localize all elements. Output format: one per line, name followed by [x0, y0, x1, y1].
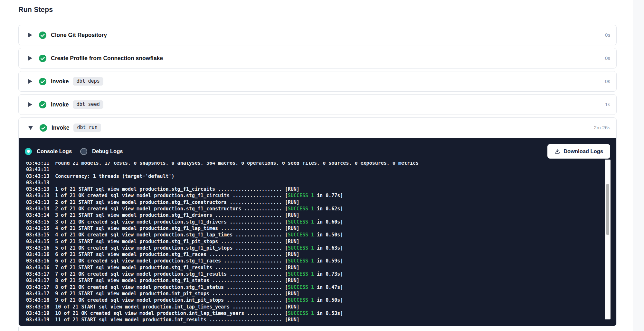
log-line: 03:43:13 1 of 21 OK created sql view mod… — [26, 192, 599, 199]
log-line: 03:43:14 2 of 21 OK created sql view mod… — [26, 206, 599, 212]
log-line: 03:43:11 — [26, 166, 599, 173]
run-steps-list: Clone Git Repository 0s Create Profile f… — [18, 25, 617, 326]
radio-unselected-icon[interactable] — [80, 148, 87, 155]
debug-logs-label: Debug Logs — [92, 148, 123, 154]
run-step-label: Invoke — [51, 78, 69, 85]
caret-icon[interactable] — [28, 33, 32, 37]
run-step-command-badge: dbt deps — [73, 77, 103, 86]
run-step-header[interactable]: Invoke dbt deps 0s — [19, 71, 616, 91]
run-step-command-badge: dbt run — [73, 124, 101, 132]
console-scrollbar-track[interactable] — [605, 160, 611, 319]
log-line: 03:43:13 1 of 21 START sql view model pr… — [26, 186, 599, 192]
log-status-success: SUCCESS 1 — [288, 310, 314, 316]
success-check-icon — [39, 78, 46, 85]
run-step-card: Invoke dbt seed 1s — [18, 94, 617, 115]
log-line: 03:43:11 Found 21 models, 17 tests, 0 sn… — [26, 162, 599, 166]
run-step-header[interactable]: Clone Git Repository 0s — [19, 25, 616, 45]
log-line: 03:43:13 2 of 21 START sql view model pr… — [26, 199, 599, 206]
log-line: 03:43:17 7 of 21 OK created sql view mod… — [26, 271, 599, 277]
radio-selected-icon[interactable] — [25, 148, 32, 155]
log-line: 03:43:15 4 of 21 START sql view model pr… — [26, 225, 599, 232]
log-status-success: SUCCESS 1 — [288, 219, 314, 225]
log-line: 03:43:16 6 of 21 START sql view model pr… — [26, 251, 599, 258]
debug-logs-option[interactable]: Debug Logs — [80, 148, 123, 155]
run-step-duration: 1s — [605, 102, 616, 107]
download-logs-label: Download Logs — [564, 148, 603, 154]
log-line: 03:43:15 4 of 21 OK created sql view mod… — [26, 232, 599, 238]
log-status-success: SUCCESS 1 — [288, 193, 314, 198]
console-log-viewport[interactable]: 03:43:11 Found 21 models, 17 tests, 0 sn… — [26, 162, 599, 325]
caret-icon[interactable] — [28, 79, 32, 84]
log-line: 03:43:18 10 of 21 START sql view model p… — [26, 304, 599, 310]
log-line: 03:43:17 9 of 21 START sql view model pr… — [26, 290, 599, 297]
run-step-card: Invoke dbt deps 0s — [18, 71, 617, 92]
console-log-body: 03:43:11 Found 21 models, 17 tests, 0 sn… — [26, 162, 599, 323]
console-panel: Console Logs Debug Logs Download Logs 03… — [19, 138, 616, 326]
log-status-success: SUCCESS 1 — [288, 232, 314, 238]
run-step-duration: 0s — [605, 78, 616, 84]
log-line: 03:43:18 9 of 21 OK created sql view mod… — [26, 297, 599, 303]
success-check-icon — [39, 32, 46, 39]
run-step-card: Invoke dbt run 2m 26s Console Logs Debug… — [18, 117, 617, 326]
run-step-label: Create Profile from Connection snowflake — [51, 55, 163, 62]
log-status-success: SUCCESS 1 — [288, 297, 314, 303]
success-check-icon — [39, 101, 46, 108]
log-line: 03:43:17 8 of 21 OK created sql view mod… — [26, 284, 599, 290]
console-logs-label: Console Logs — [37, 148, 72, 154]
log-line: 03:43:16 5 of 21 OK created sql view mod… — [26, 245, 599, 251]
run-step-header[interactable]: Invoke dbt run 2m 26s — [19, 118, 616, 138]
log-status-success: SUCCESS 1 — [288, 271, 314, 277]
run-step-label: Invoke — [52, 124, 69, 131]
log-status-success: SUCCESS 1 — [288, 284, 314, 290]
run-step-label: Clone Git Repository — [51, 32, 107, 39]
log-line: 03:43:15 3 of 21 OK created sql view mod… — [26, 219, 599, 225]
run-step-header[interactable]: Create Profile from Connection snowflake… — [19, 48, 616, 68]
run-step-duration: 2m 26s — [594, 125, 616, 131]
run-step-command-badge: dbt seed — [73, 100, 103, 109]
log-line: 03:43:17 8 of 21 START sql view model pr… — [26, 277, 599, 284]
run-step-duration: 0s — [605, 32, 616, 38]
log-line: 03:43:14 3 of 21 START sql view model pr… — [26, 212, 599, 218]
log-line: 03:43:15 5 of 21 START sql view model pr… — [26, 238, 599, 245]
run-step-header[interactable]: Invoke dbt seed 1s — [19, 95, 616, 115]
page-right-gutter — [633, 0, 644, 331]
log-status-success: SUCCESS 1 — [288, 258, 314, 264]
console-toolbar: Console Logs Debug Logs Download Logs — [19, 138, 616, 159]
success-check-icon — [39, 55, 46, 62]
run-step-duration: 0s — [605, 55, 616, 61]
success-check-icon — [40, 124, 47, 132]
caret-icon[interactable] — [28, 102, 32, 107]
log-line: 03:43:19 10 of 21 OK created sql view mo… — [26, 310, 599, 317]
console-scrollbar-thumb[interactable] — [606, 184, 609, 235]
log-status-success: SUCCESS 1 — [288, 245, 314, 251]
console-logs-option[interactable]: Console Logs — [25, 148, 72, 155]
log-line: 03:43:19 11 of 21 START sql view model p… — [26, 317, 599, 323]
caret-icon[interactable] — [28, 126, 33, 130]
log-line: 03:43:16 6 of 21 OK created sql view mod… — [26, 258, 599, 264]
run-step-label: Invoke — [51, 101, 69, 108]
log-line: 03:43:13 — [26, 179, 599, 186]
log-line: 03:43:16 7 of 21 START sql view model pr… — [26, 264, 599, 271]
download-logs-button[interactable]: Download Logs — [547, 144, 610, 159]
run-step-card: Clone Git Repository 0s — [18, 25, 617, 45]
download-icon — [554, 149, 560, 154]
log-line: 03:43:13 Concurrency: 1 threads (target=… — [26, 173, 599, 179]
page-title: Run Steps — [18, 6, 617, 14]
run-steps-page: Run Steps Clone Git Repository 0s Create… — [18, 0, 617, 329]
run-step-card: Create Profile from Connection snowflake… — [18, 48, 617, 69]
caret-icon[interactable] — [28, 56, 32, 60]
log-status-success: SUCCESS 1 — [288, 206, 314, 212]
